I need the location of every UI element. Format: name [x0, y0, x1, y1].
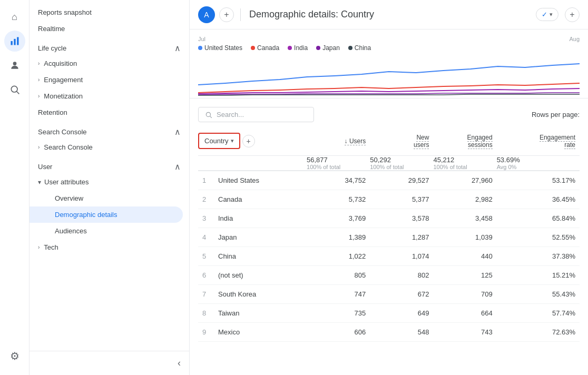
user-section-header[interactable]: User ∧ — [30, 155, 189, 174]
search-row: Search... Rows per page: — [198, 107, 580, 122]
main-content: A + Demographic details: Country ✓ ▾ + J… — [190, 0, 588, 375]
row-engagement-rate: 55.43% — [497, 285, 580, 304]
dimension-chip-country[interactable]: Country ▾ — [198, 133, 240, 149]
add-tab-button[interactable]: + — [565, 7, 580, 22]
add-dimension-button[interactable]: + — [242, 135, 255, 147]
legend-japan: Japan — [316, 44, 340, 52]
row-engaged-sessions: 2,982 — [433, 190, 496, 209]
sidebar-item-search-console[interactable]: › Search Console — [30, 139, 183, 155]
bar-chart-icon[interactable] — [4, 31, 25, 52]
sidebar-item-reports-snapshot[interactable]: Reports snapshot — [30, 4, 183, 21]
row-country: (not set) — [214, 266, 307, 285]
totals-row: 56,877 100% of total 50,292 100% of tota… — [198, 156, 580, 171]
col-header-engagement-rate[interactable]: Engagementrate — [497, 126, 580, 156]
sidebar-item-overview[interactable]: Overview — [30, 190, 183, 206]
svg-line-7 — [210, 116, 212, 117]
row-engaged-sessions: 709 — [433, 285, 496, 304]
row-engaged-sessions: 27,960 — [433, 171, 496, 190]
avatar[interactable]: A — [198, 6, 215, 23]
sidebar-item-monetization[interactable]: › Monetization — [30, 88, 183, 104]
row-new-users: 3,578 — [370, 209, 433, 228]
add-report-button[interactable]: + — [219, 7, 234, 22]
col-header-engaged-sessions[interactable]: Engagedsessions — [433, 126, 496, 156]
row-engaged-sessions: 3,458 — [433, 209, 496, 228]
sidebar-item-acquisition[interactable]: › Acquisition — [30, 55, 183, 72]
sidebar-item-audiences[interactable]: Audiences — [30, 223, 183, 239]
icon-rail: ⌂ ⚙ — [0, 0, 30, 375]
sidebar-item-user-attributes[interactable]: ▾ User attributes — [30, 174, 183, 190]
home-icon[interactable]: ⌂ — [4, 6, 25, 27]
row-users: 1,389 — [307, 228, 370, 247]
row-rank: 5 — [198, 247, 214, 266]
check-button[interactable]: ✓ ▾ — [536, 8, 558, 21]
search-console-chevron: ∧ — [174, 127, 181, 137]
table-row: 4 Japan 1,389 1,287 1,039 52.55% — [198, 228, 580, 247]
row-new-users: 1,074 — [370, 247, 433, 266]
table-row: 8 Taiwan 735 649 664 57.74% — [198, 304, 580, 323]
chart-axis-jul: Jul — [198, 36, 205, 42]
search-icon — [205, 111, 212, 119]
settings-icon[interactable]: ⚙ — [4, 346, 25, 367]
row-engagement-rate: 36.45% — [497, 190, 580, 209]
check-dropdown-icon: ▾ — [550, 11, 553, 18]
row-engaged-sessions: 125 — [433, 266, 496, 285]
row-rank: 1 — [198, 171, 214, 190]
row-users: 3,769 — [307, 209, 370, 228]
row-users: 805 — [307, 266, 370, 285]
search-box[interactable]: Search... — [198, 107, 314, 122]
total-users: 56,877 100% of total — [307, 156, 370, 171]
row-new-users: 1,287 — [370, 228, 433, 247]
collapse-sidebar-button[interactable]: ‹ — [178, 358, 181, 369]
table-row: 2 Canada 5,732 5,377 2,982 36.45% — [198, 190, 580, 209]
row-country: India — [214, 209, 307, 228]
row-engaged-sessions: 1,039 — [433, 228, 496, 247]
row-users: 606 — [307, 323, 370, 342]
row-rank: 2 — [198, 190, 214, 209]
chart-axis-aug: Aug — [569, 36, 580, 42]
row-engagement-rate: 65.84% — [497, 209, 580, 228]
total-new-users: 50,292 100% of total — [370, 156, 433, 171]
legend-dot-china — [348, 46, 352, 50]
row-country: South Korea — [214, 285, 307, 304]
row-rank: 3 — [198, 209, 214, 228]
sc-inner-chevron: › — [38, 144, 40, 150]
total-engagement-rate: 53.69% Avg 0% — [497, 156, 580, 171]
chart-area: Jul Aug United States Canada India — [190, 29, 588, 98]
row-engagement-rate: 37.38% — [497, 247, 580, 266]
row-users: 5,732 — [307, 190, 370, 209]
lifecycle-chevron: ∧ — [174, 43, 181, 53]
svg-rect-1 — [14, 39, 15, 45]
row-engagement-rate: 53.17% — [497, 171, 580, 190]
row-users: 34,752 — [307, 171, 370, 190]
legend-canada: Canada — [251, 44, 279, 52]
check-icon: ✓ — [542, 11, 547, 18]
row-rank: 6 — [198, 266, 214, 285]
search-console-section-header[interactable]: Search Console ∧ — [30, 121, 189, 139]
legend-us: United States — [198, 44, 242, 52]
sidebar-item-engagement[interactable]: › Engagement — [30, 72, 183, 88]
legend-dot-india — [288, 46, 292, 50]
content-area: Jul Aug United States Canada India — [190, 29, 588, 375]
sidebar-item-demographic-details[interactable]: Demographic details — [30, 206, 183, 223]
sidebar-item-tech[interactable]: › Tech — [30, 239, 183, 255]
row-new-users: 548 — [370, 323, 433, 342]
sidebar-item-realtime[interactable]: Realtime — [30, 21, 183, 37]
svg-rect-0 — [11, 41, 12, 45]
row-engagement-rate: 72.63% — [497, 323, 580, 342]
search-icon-nav[interactable] — [4, 79, 25, 100]
sidebar-item-retention[interactable]: Retention — [30, 104, 183, 121]
svg-rect-2 — [17, 37, 18, 45]
row-rank: 8 — [198, 304, 214, 323]
row-country: Japan — [214, 228, 307, 247]
lifecycle-section-header[interactable]: Life cycle ∧ — [30, 37, 189, 55]
chart-axis-labels: Jul Aug — [198, 36, 580, 44]
legend-china: China — [348, 44, 371, 52]
sidebar-nav: Reports snapshot Realtime Life cycle ∧ ›… — [30, 0, 190, 375]
engagement-chevron: › — [38, 77, 40, 83]
col-header-users[interactable]: ↓ Users — [307, 126, 370, 156]
user-attr-chevron: ▾ — [38, 179, 41, 186]
person-icon[interactable] — [4, 55, 25, 76]
row-rank: 4 — [198, 228, 214, 247]
col-header-new-users[interactable]: Newusers — [370, 126, 433, 156]
row-rank: 9 — [198, 323, 214, 342]
